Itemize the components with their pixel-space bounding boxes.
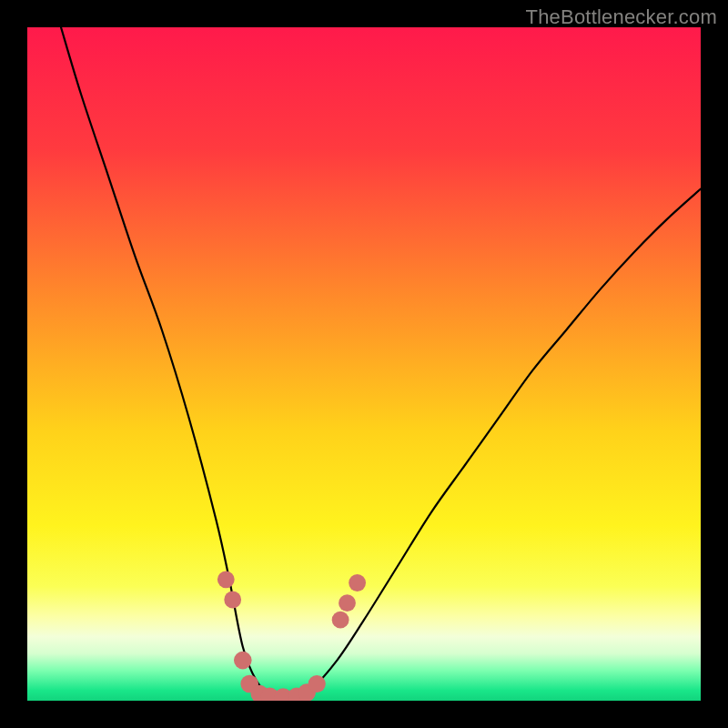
watermark-text: TheBottlenecker.com bbox=[526, 5, 717, 29]
marker-dot bbox=[349, 574, 366, 592]
marker-dot bbox=[224, 592, 241, 609]
curve-layer bbox=[27, 27, 701, 701]
bottleneck-curve bbox=[61, 27, 701, 698]
outer-black-frame: TheBottlenecker.com bbox=[0, 0, 728, 728]
marker-dot bbox=[234, 652, 252, 670]
plot-area bbox=[27, 27, 701, 701]
marker-dot bbox=[332, 612, 349, 629]
marker-dot bbox=[339, 594, 356, 612]
marker-dot bbox=[217, 571, 235, 588]
marker-dot bbox=[308, 675, 326, 693]
